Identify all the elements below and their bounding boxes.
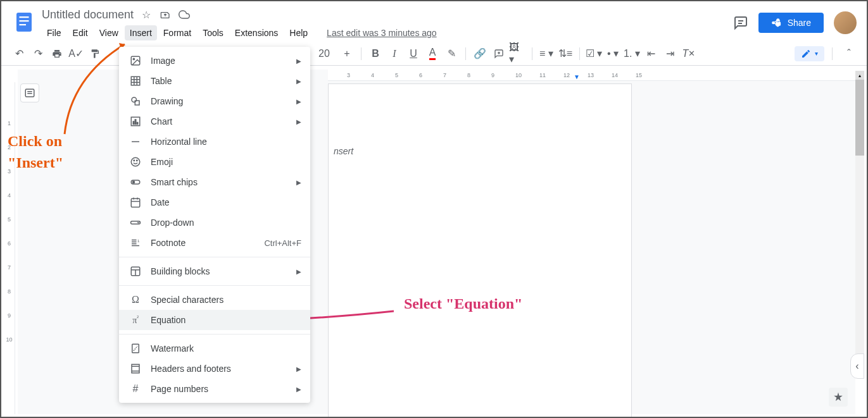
svg-point-20 [132,97,137,102]
svg-point-31 [133,181,135,183]
pi-icon: π² [129,314,142,326]
editing-mode-button[interactable]: ▾ [795,46,824,61]
date-icon [129,196,142,209]
collapse-toolbar-icon[interactable]: ˆ [840,45,858,63]
vertical-scrollbar[interactable]: ▴ [855,71,864,360]
dropdown-item-building-blocks[interactable]: Building blocks▶ [119,261,310,281]
cloud-status-icon[interactable] [178,8,191,21]
emoji-icon [129,156,142,168]
dropdown-item-drop-down[interactable]: Drop-down [119,212,310,233]
bullet-list-icon[interactable]: • ▾ [604,45,622,63]
menu-extensions[interactable]: Extensions [230,25,283,40]
dropdown-item-label: Date [151,197,170,207]
number-list-icon[interactable]: 1. ▾ [623,45,641,63]
document-title[interactable]: Untitled document [42,8,134,22]
align-icon[interactable]: ≡ ▾ [538,45,555,63]
dropdown-item-image[interactable]: Image▶ [119,51,310,71]
menu-view[interactable]: View [94,25,123,40]
watermark-icon [129,342,142,355]
dropdown-item-label: Special characters [151,295,223,305]
link-icon[interactable]: 🔗 [471,45,489,63]
text-color-icon[interactable]: A [424,45,441,63]
comments-icon[interactable] [733,15,748,30]
svg-point-27 [131,157,140,166]
side-panel-toggle-icon[interactable]: ‹ [850,353,864,379]
highlight-icon[interactable]: ✎ [443,45,460,63]
menu-help[interactable]: Help [284,25,313,40]
move-icon[interactable] [159,8,172,21]
chevron-right-icon: ▶ [296,366,301,372]
last-edit-link[interactable]: Last edit was 3 minutes ago [327,28,437,38]
omega-icon: Ω [129,293,142,306]
scroll-thumb[interactable] [855,80,864,156]
dropdown-item-page-numbers[interactable]: #Page numbers▶ [119,379,310,399]
svg-rect-1 [20,16,29,18]
svg-rect-32 [131,199,140,207]
menu-file[interactable]: File [42,25,66,40]
dropdown-item-label: Drawing [151,96,183,106]
menu-edit[interactable]: Edit [68,25,93,40]
underline-icon[interactable]: U [405,45,422,63]
dropdown-item-headers-and-footers[interactable]: Headers and footers▶ [119,359,310,379]
dropdown-item-watermark[interactable]: Watermark [119,338,310,359]
page-hint-text: nsert [334,146,353,156]
dropdown-item-label: Page numbers [151,384,208,394]
font-size-plus[interactable]: + [338,45,356,63]
undo-icon[interactable]: ↶ [10,45,28,63]
menu-tools[interactable]: Tools [198,25,229,40]
dropdown-item-special-characters[interactable]: ΩSpecial characters [119,290,310,310]
menu-format[interactable]: Format [158,25,196,40]
chart-icon [129,115,142,128]
checklist-icon[interactable]: ☑ ▾ [585,45,603,63]
bold-icon[interactable]: B [367,45,384,63]
document-page[interactable]: nsert [328,83,632,418]
explore-icon[interactable] [829,388,848,407]
avatar[interactable] [834,11,857,34]
image-insert-icon[interactable]: 🖼 ▾ [509,45,527,63]
dropdown-item-label: Drop-down [151,218,194,228]
pagenum-icon: # [129,383,142,395]
dropdown-item-footnote[interactable]: 1FootnoteCtrl+Alt+F [119,233,310,253]
dropdown-item-label: Footnote [151,238,186,248]
dropdown-item-label: Emoji [151,157,173,167]
docs-logo-icon[interactable] [11,6,37,38]
clear-format-icon[interactable]: T✕ [680,45,698,63]
italic-icon[interactable]: I [386,45,403,63]
chevron-right-icon: ▶ [296,98,301,105]
spellcheck-icon[interactable]: A✓ [67,45,85,63]
dropdown-item-label: Smart chips [151,177,198,187]
table-icon [129,75,142,87]
svg-point-14 [133,58,134,59]
chevron-right-icon: ▶ [296,78,301,85]
horizontal-ruler[interactable]: 3 4 5 6 7 8 9 10 11 12 ▼ 13 14 15 [328,70,855,81]
print-icon[interactable] [48,45,66,63]
star-icon[interactable]: ☆ [140,8,153,21]
scroll-up-icon[interactable]: ▴ [855,71,864,80]
smartchip-icon [129,176,142,188]
menu-insert[interactable]: Insert [125,25,157,40]
dropdown-item-table[interactable]: Table▶ [119,71,310,91]
dropdown-item-label: Building blocks [151,266,210,276]
line-spacing-icon[interactable]: ⇅≡ [557,45,574,63]
dropdown-item-chart[interactable]: Chart▶ [119,111,310,132]
svg-rect-0 [16,13,32,32]
dropdown-item-equation[interactable]: π²Equation [119,310,310,330]
share-label: Share [788,18,811,28]
dropdown-item-drawing[interactable]: Drawing▶ [119,91,310,111]
redo-icon[interactable]: ↷ [29,45,47,63]
indent-icon[interactable]: ⇥ [661,45,679,63]
comment-add-icon[interactable] [490,45,508,63]
chevron-right-icon: ▶ [296,58,301,65]
font-size-input[interactable]: 20 [311,45,337,63]
dropdown-item-emoji[interactable]: Emoji [119,152,310,172]
dropdown-item-date[interactable]: Date [119,192,310,212]
paint-format-icon[interactable] [86,45,104,63]
svg-point-28 [134,160,135,161]
indent-marker-icon[interactable]: ▼ [574,73,580,80]
share-button[interactable]: Share [758,13,824,33]
vertical-ruler[interactable]: 1 2 3 4 5 6 7 8 9 10 [4,82,15,414]
outline-toggle-icon[interactable] [20,83,39,102]
dropdown-item-smart-chips[interactable]: Smart chips▶ [119,172,310,192]
dropdown-item-horizontal-line[interactable]: Horizontal line [119,132,310,152]
outdent-icon[interactable]: ⇤ [642,45,660,63]
